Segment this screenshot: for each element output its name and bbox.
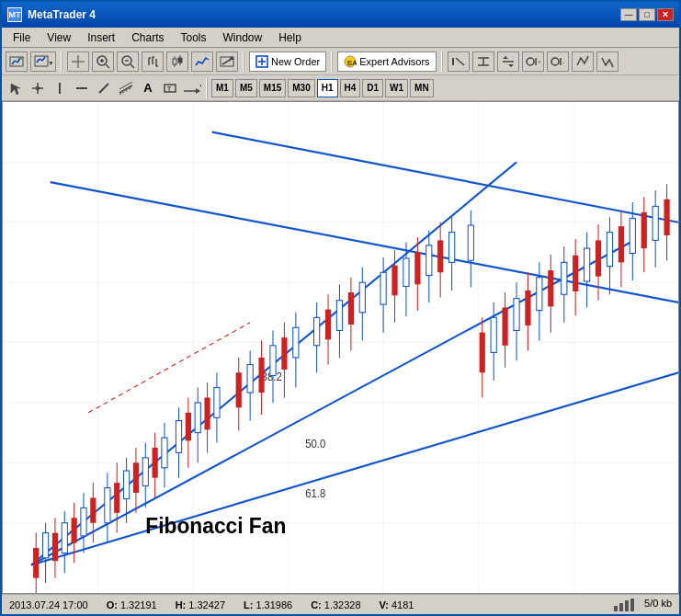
timeframe-m5[interactable]: M5	[235, 79, 257, 97]
timeframe-m15[interactable]: M15	[259, 79, 286, 97]
svg-text:-: -	[562, 59, 565, 65]
period-sep-btn4[interactable]: +	[522, 51, 544, 72]
chart-line-icon	[195, 54, 210, 69]
svg-text:▼: ▼	[48, 60, 52, 66]
close-button[interactable]: ✕	[657, 8, 674, 21]
crosshair-tool[interactable]	[28, 78, 48, 98]
period-sep-btn2[interactable]	[472, 51, 494, 72]
svg-rect-166	[449, 233, 455, 263]
text-tool[interactable]: A	[138, 78, 158, 98]
svg-rect-200	[653, 206, 658, 240]
chart-scroll-button[interactable]	[216, 51, 238, 72]
arrow-tool[interactable]: ▼	[182, 78, 202, 98]
menu-file[interactable]: File	[6, 29, 38, 46]
titlebar: MT MetaTrader 4 — □ ✕	[2, 2, 679, 28]
sep2	[243, 51, 244, 72]
trendline-tool[interactable]	[94, 78, 114, 98]
zoom-in-button[interactable]	[92, 51, 114, 72]
svg-rect-112	[123, 471, 129, 499]
svg-line-62	[119, 86, 132, 93]
status-low: L: 1.31986	[244, 599, 292, 610]
chart-scroll-icon	[220, 54, 234, 69]
chart-bar-button[interactable]	[142, 51, 164, 72]
svg-rect-116	[142, 458, 148, 486]
sep4	[441, 51, 443, 72]
menu-tools[interactable]: Tools	[174, 29, 214, 46]
text-label-tool[interactable]: T	[160, 78, 180, 98]
main-window: MT MetaTrader 4 — □ ✕ File View Insert C…	[0, 0, 681, 616]
period-sep-icon4: +	[526, 54, 540, 69]
menu-view[interactable]: View	[40, 29, 78, 46]
svg-rect-172	[491, 317, 496, 352]
chart-line-button[interactable]	[191, 51, 213, 72]
svg-rect-162	[426, 245, 432, 276]
period-sep-btn1[interactable]	[448, 51, 470, 72]
svg-rect-110	[114, 483, 119, 513]
menu-window[interactable]: Window	[216, 29, 270, 46]
app-icon: MT	[7, 7, 22, 22]
svg-rect-106	[90, 497, 96, 522]
svg-rect-94	[33, 548, 39, 578]
maximize-button[interactable]: □	[639, 8, 655, 21]
svg-rect-152	[359, 282, 365, 313]
crosshair-button[interactable]	[67, 51, 89, 72]
period-sep-btn3[interactable]	[497, 51, 519, 72]
timeframe-m1[interactable]: M1	[211, 79, 233, 97]
svg-rect-188	[585, 248, 590, 281]
period-sep-btn7[interactable]: ↓	[596, 51, 619, 72]
cursor-tool[interactable]	[6, 78, 26, 98]
status-info: 5/0 kb	[614, 598, 672, 610]
svg-point-47	[527, 58, 534, 65]
expert-advisors-icon: EA	[344, 55, 357, 68]
templates-button[interactable]: ▼	[30, 51, 56, 72]
zoom-out-button[interactable]	[117, 51, 139, 72]
timeframe-w1[interactable]: W1	[385, 79, 408, 97]
chart-area[interactable]: 38.2 50.0 61.8	[2, 101, 679, 594]
chart-candle-button[interactable]	[166, 51, 188, 72]
minimize-button[interactable]: —	[620, 8, 637, 21]
menu-insert[interactable]: Insert	[80, 29, 122, 46]
period-sep-btn6[interactable]: ↑	[572, 51, 594, 72]
new-chart-icon: +	[9, 54, 24, 69]
svg-rect-196	[630, 218, 635, 253]
templates-icon: ▼	[34, 54, 52, 69]
open-value: 1.32191	[120, 599, 157, 610]
text-label-icon: T	[164, 82, 176, 95]
svg-rect-192	[607, 233, 612, 267]
vertical-line-tool[interactable]	[50, 78, 70, 98]
svg-text:+: +	[20, 55, 24, 61]
svg-rect-158	[403, 258, 409, 287]
expert-advisors-button[interactable]: EA Expert Advisors	[337, 51, 436, 72]
new-order-button[interactable]: New Order	[249, 51, 326, 72]
toolbar2: A T ▼ M1 M5 M15 M30 H1 H4 D1 W1 MN	[2, 75, 679, 101]
period-sep-btn5[interactable]: -	[547, 51, 569, 72]
svg-line-8	[42, 57, 45, 61]
timeframe-d1[interactable]: D1	[362, 79, 383, 97]
svg-rect-194	[619, 226, 624, 262]
new-chart-button[interactable]: +	[6, 51, 28, 72]
sep-tf	[206, 78, 208, 98]
equidistant-tool[interactable]	[116, 78, 136, 98]
menu-charts[interactable]: Charts	[124, 29, 171, 46]
sep1	[61, 51, 62, 72]
timeframe-mn[interactable]: MN	[410, 79, 434, 97]
timeframe-h1[interactable]: H1	[317, 79, 338, 97]
svg-rect-190	[596, 240, 601, 276]
trendline-icon	[97, 82, 110, 95]
svg-rect-140	[281, 337, 287, 370]
timeframe-h4[interactable]: H4	[340, 79, 361, 97]
svg-rect-186	[573, 256, 578, 291]
svg-text:EA: EA	[347, 59, 357, 67]
period-sep-icon2	[476, 54, 491, 69]
timeframe-m30[interactable]: M30	[288, 79, 314, 97]
svg-rect-184	[562, 262, 567, 294]
svg-line-17	[131, 64, 134, 68]
svg-line-6	[37, 59, 40, 63]
svg-rect-98	[52, 533, 58, 562]
horizontal-line-tool[interactable]	[72, 78, 92, 98]
period-sep-icon5: -	[550, 54, 565, 69]
arrow-icon: ▼	[183, 82, 201, 95]
svg-rect-148	[336, 301, 342, 331]
zoom-in-icon	[96, 54, 110, 69]
menu-help[interactable]: Help	[271, 29, 309, 46]
